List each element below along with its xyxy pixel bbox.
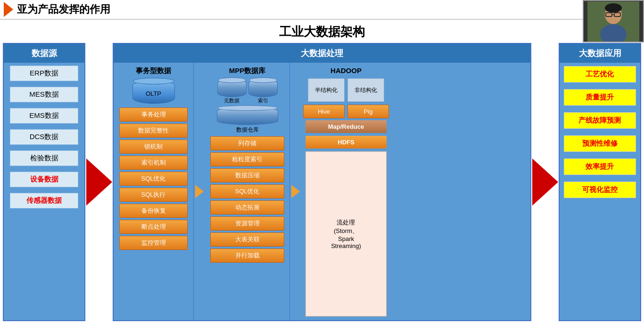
inner-arrow-1 <box>194 63 205 320</box>
datasource-item-check: 检验数据 <box>10 150 78 166</box>
orange-arrow-icon <box>4 2 13 17</box>
svg-point-6 <box>605 3 622 13</box>
trans-item-3: 索引机制 <box>119 156 187 170</box>
mpp-item-6: 大表关联 <box>210 232 284 247</box>
col-application: 大数据应用 工艺优化 质量提升 产线故障预测 预测性维修 效率提升 可视化监控 <box>559 43 641 321</box>
trans-item-0: 事务处理 <box>119 108 187 122</box>
processing-columns: 事务型数据 OLTP 事务处理 数据完整性 锁机制 索引机制 SQL优化 SQL… <box>114 63 530 320</box>
trans-item-7: 断点处理 <box>119 220 187 234</box>
hadoop-mapreduce: Map/Reduce <box>305 120 387 133</box>
datasource-item-ems: EMS数据 <box>10 108 78 124</box>
red-arrow-2 <box>532 158 558 206</box>
hadoop-pig: Pig <box>347 105 389 118</box>
hadoop-stream: 流处理 (Storm、 Spark Streaming) <box>305 151 387 316</box>
trans-item-4: SQL优化 <box>119 172 187 186</box>
mpp-item-2: 数据压缩 <box>210 168 284 183</box>
inner-orange-arr-2 <box>291 185 300 198</box>
app-item-3: 预测性维修 <box>564 135 636 152</box>
app-item-4: 效率提升 <box>564 158 636 175</box>
datasource-item-dcs: DCS数据 <box>10 129 78 145</box>
datasource-item-erp: ERP数据 <box>10 66 78 81</box>
oltp-cylinder: OLTP <box>132 80 175 104</box>
trans-item-6: 备份恢复 <box>119 204 187 218</box>
arrow-col-2 <box>531 43 559 321</box>
mpp-header: MPP数据库 <box>229 65 266 77</box>
trans-header: 事务型数据 <box>136 65 171 77</box>
hadoop-header: HADOOP <box>330 65 362 76</box>
person-image <box>587 1 639 42</box>
col-processing: 大数据处理 事务型数据 OLTP 事务处理 数据完整性 锁机制 索引机制 SQL… <box>113 43 531 321</box>
application-header: 大数据应用 <box>560 44 640 63</box>
inner-arrow-2 <box>290 63 301 320</box>
mpp-cyl2-label: 索引 <box>248 97 278 104</box>
hadoop-top-row: 半结构化 非结构化 <box>303 78 389 102</box>
datasource-item-mes: MES数据 <box>10 87 78 102</box>
inner-orange-arr-1 <box>195 185 204 198</box>
page-title: 亚为产品发挥的作用 <box>17 2 110 17</box>
datasource-item-device: 设备数据 <box>10 172 78 187</box>
mpp-top-cylinders: 元数据 索引 <box>217 79 278 104</box>
hadoop-col: HADOOP 半结构化 非结构化 Hive Pig Map/Reduce HDF… <box>301 63 391 320</box>
hadoop-stream-label: 流处理 (Storm、 Spark Streaming) <box>331 218 361 249</box>
hadoop-box1: 半结构化 <box>308 78 345 102</box>
trans-item-2: 锁机制 <box>119 140 187 154</box>
mpp-item-4: 动态拓展 <box>210 200 284 215</box>
datasource-item-sensor: 传感器数据 <box>10 193 78 208</box>
app-item-5: 可视化监控 <box>564 182 636 198</box>
hadoop-orange-row: Hive Pig <box>303 105 389 118</box>
mpp-cyl1 <box>217 79 247 97</box>
trans-item-8: 监控管理 <box>119 236 187 250</box>
mpp-warehouse-cyl <box>217 107 278 125</box>
arrow-col-1 <box>85 43 113 321</box>
trans-item-1: 数据完整性 <box>119 124 187 138</box>
mpp-item-3: SQL优化 <box>210 184 284 199</box>
video-thumbnail <box>583 0 644 42</box>
diagram: 数据源 ERP数据 MES数据 EMS数据 DCS数据 检验数据 设备数据 传感… <box>0 43 644 321</box>
mpp-cyl2 <box>248 79 278 97</box>
datasource-header: 数据源 <box>4 44 84 63</box>
app-item-1: 质量提升 <box>564 89 636 106</box>
mpp-item-1: 粗粒度索引 <box>210 152 284 166</box>
main-title: 工业大数据架构 <box>0 20 644 43</box>
mpp-item-7: 并行加载 <box>210 249 284 263</box>
col-datasource: 数据源 ERP数据 MES数据 EMS数据 DCS数据 检验数据 设备数据 传感… <box>3 43 85 321</box>
oltp-label: OLTP <box>146 90 161 97</box>
hadoop-box2: 非结构化 <box>347 78 384 102</box>
trans-col: 事务型数据 OLTP 事务处理 数据完整性 锁机制 索引机制 SQL优化 SQL… <box>114 63 194 320</box>
top-bar: 亚为产品发挥的作用 <box>0 0 644 20</box>
hadoop-hive: Hive <box>303 105 345 118</box>
processing-header: 大数据处理 <box>114 44 530 63</box>
app-item-0: 工艺优化 <box>564 66 636 83</box>
mpp-cyl1-label: 元数据 <box>217 97 247 104</box>
red-arrow-1 <box>86 158 112 206</box>
mpp-col: MPP数据库 元数据 索引 数据仓库 列存储 粗粒度索 <box>205 63 290 320</box>
mpp-item-0: 列存储 <box>210 136 284 150</box>
hadoop-hdfs: HDFS <box>305 136 387 149</box>
warehouse-label: 数据仓库 <box>236 126 259 134</box>
app-item-2: 产线故障预测 <box>564 112 636 129</box>
mpp-item-5: 资源管理 <box>210 216 284 231</box>
trans-item-5: SQL执行 <box>119 188 187 202</box>
